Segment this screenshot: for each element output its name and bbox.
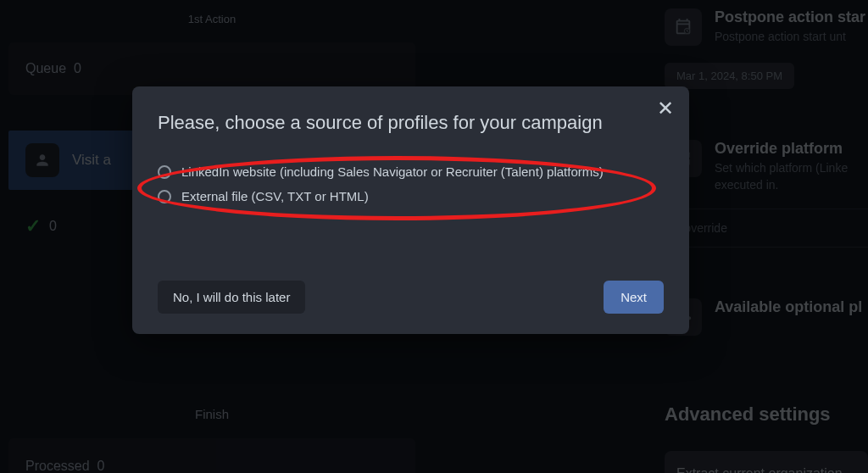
next-button[interactable]: Next <box>604 281 664 314</box>
modal-footer: No, I will do this later Next <box>158 281 664 314</box>
option-linkedin-label: LinkedIn website (including Sales Naviga… <box>181 164 604 179</box>
radio-icon <box>158 190 171 203</box>
option-external-file[interactable]: External file (CSV, TXT or HTML) <box>158 184 664 209</box>
option-external-label: External file (CSV, TXT or HTML) <box>181 189 369 203</box>
close-icon[interactable]: ✕ <box>657 98 674 119</box>
do-later-button[interactable]: No, I will do this later <box>158 281 305 314</box>
option-linkedin[interactable]: LinkedIn website (including Sales Naviga… <box>158 159 664 184</box>
radio-icon <box>158 165 171 179</box>
modal-title: Please, choose a source of profiles for … <box>158 112 664 134</box>
source-selection-modal: ✕ Please, choose a source of profiles fo… <box>132 86 689 334</box>
